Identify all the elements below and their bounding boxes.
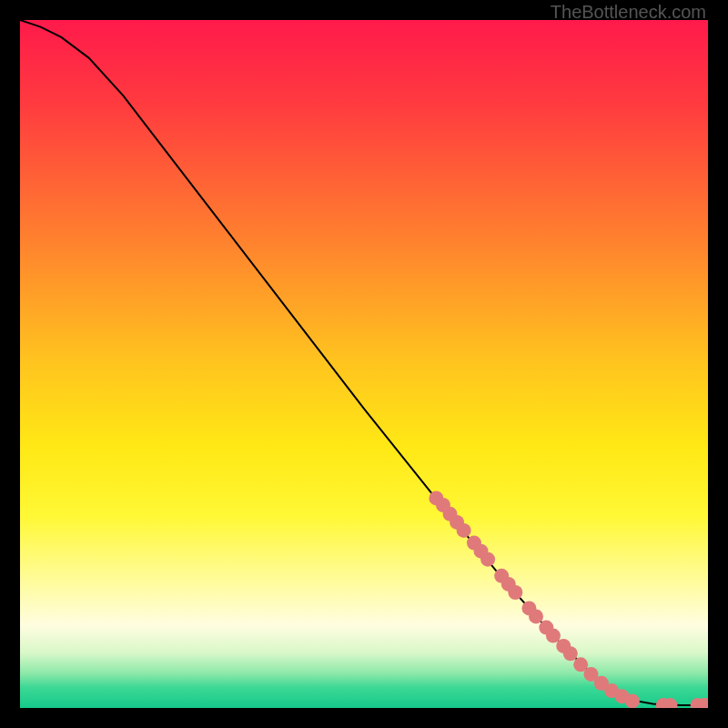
chart-background-gradient	[20, 20, 708, 708]
chart-marker-point	[529, 609, 543, 623]
chart-marker-point	[457, 523, 471, 538]
chart-marker-point	[480, 552, 495, 567]
chart-marker-point	[508, 585, 522, 600]
chart-svg	[20, 20, 708, 708]
watermark-text: TheBottleneck.com	[551, 2, 706, 23]
chart-plot-area	[20, 20, 708, 708]
chart-marker-point	[563, 646, 578, 661]
chart-marker-point	[546, 629, 561, 643]
chart-marker-point	[625, 693, 640, 708]
